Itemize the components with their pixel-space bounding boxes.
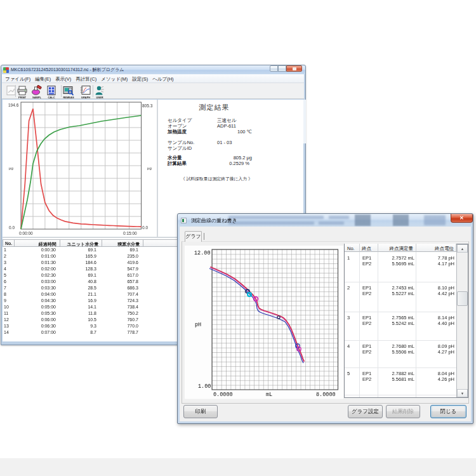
svg-text:μg: μg [9,166,13,170]
svg-text:0:15:00: 0:15:00 [123,231,137,235]
svg-text:μg: μg [147,166,152,170]
svg-text:0.0: 0.0 [9,225,15,230]
svg-text:0:00:00: 0:00:00 [19,231,33,235]
svg-text:0.0: 0.0 [142,225,148,230]
svg-text:805.3: 805.3 [142,103,153,108]
svg-text:194.6: 194.6 [8,103,19,107]
